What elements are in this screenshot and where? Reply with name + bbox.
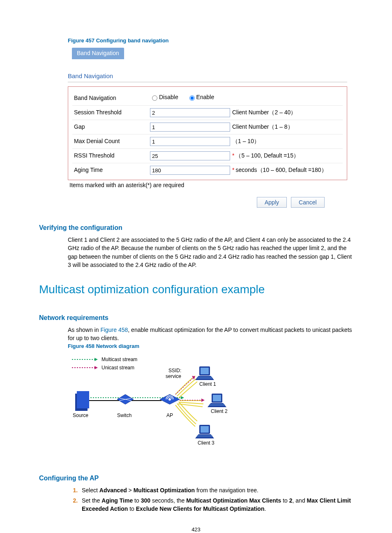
input-aging[interactable] (150, 166, 230, 175)
svg-marker-3 (95, 366, 98, 369)
ssid-line2: service (166, 373, 181, 379)
svg-rect-5 (77, 391, 89, 408)
figure-457: Band Navigation Band Navigation Band Nav… (68, 48, 347, 208)
svg-marker-1 (95, 358, 98, 361)
row-aging: Aging Time *seconds（10 – 600, Default =1… (72, 163, 343, 177)
label-ap: AP (166, 412, 173, 418)
label-session: Session Threshold (74, 109, 150, 117)
heading-multicast: Multicast optimization configuration exa… (39, 281, 353, 297)
svg-marker-29 (195, 434, 214, 438)
svg-marker-9 (181, 396, 184, 399)
verifying-body: Client 1 and Client 2 are associated to … (68, 236, 353, 269)
input-session[interactable] (150, 108, 230, 117)
heading-netreq: Network requirements (39, 313, 353, 322)
legend-multicast: Multicast stream (101, 357, 137, 362)
hint-gap: Client Number（1 – 8） (232, 123, 293, 131)
svg-rect-21 (201, 368, 209, 374)
client2-icon (208, 394, 226, 407)
label-band-nav: Band Navigation (74, 94, 150, 102)
svg-marker-18 (201, 399, 205, 402)
hint-denial: （1 – 10） (232, 137, 260, 146)
xref-figure-458[interactable]: Figure 458 (100, 327, 128, 333)
band-nav-panel: Band Navigation Disable Enable Session T… (68, 86, 347, 180)
svg-marker-24 (208, 403, 226, 407)
ssid-line1: SSID: (168, 368, 181, 373)
row-gap: Gap Client Number（1 – 8） (72, 120, 343, 134)
hint-session: Client Number（2 – 40） (232, 109, 296, 117)
radio-enable[interactable]: Enable (187, 93, 214, 102)
figure-458-caption: Figure 458 Network diagram (68, 343, 353, 350)
label-client3: Client 3 (198, 440, 214, 446)
apply-button[interactable]: Apply (257, 197, 287, 208)
svg-point-14 (168, 398, 171, 401)
row-rssi: RSSI Threshold *（5 – 100, Default =15） (72, 149, 343, 163)
footer-note: Items marked with an asterisk(*) are req… (68, 180, 347, 190)
svg-marker-19 (195, 376, 214, 380)
svg-rect-31 (201, 426, 209, 433)
svg-line-15 (175, 378, 193, 394)
row-band-navigation: Band Navigation Disable Enable (72, 91, 343, 106)
figure-457-caption: Figure 457 Configuring band navigation (68, 37, 353, 44)
page-number: 423 (39, 526, 353, 533)
label-denial: Max Denial Count (74, 137, 150, 146)
client1-icon (195, 366, 214, 380)
label-switch: Switch (117, 412, 131, 418)
step-2: Set the Aging Time to 300 seconds, the M… (79, 497, 353, 513)
label-client2: Client 2 (211, 408, 228, 414)
radio-disable[interactable]: Disable (150, 93, 178, 102)
band-nav-tab[interactable]: Band Navigation (72, 48, 124, 59)
label-source: Source (73, 412, 88, 418)
input-denial[interactable] (150, 137, 230, 146)
svg-rect-26 (213, 395, 221, 401)
heading-verifying: Verifying the configuration (39, 223, 353, 232)
figure-458-diagram: Multicast stream Unicast stream SSID: se… (68, 353, 240, 459)
legend-unicast: Unicast stream (101, 365, 134, 371)
input-gap[interactable] (150, 123, 230, 132)
netreq-body: As shown in Figure 458, enable multicast… (68, 326, 353, 343)
heading-configuring-ap: Configuring the AP (39, 474, 353, 483)
step-1: Select Advanced > Multicast Optimization… (79, 487, 353, 495)
client3-icon (195, 425, 214, 438)
label-client1: Client 1 (199, 381, 216, 387)
band-nav-panel-title: Band Navigation (68, 72, 347, 82)
row-session-threshold: Session Threshold Client Number（2 – 40） (72, 106, 343, 120)
input-rssi[interactable] (150, 151, 230, 160)
hint-aging: *seconds（10 – 600, Default =180） (232, 166, 327, 174)
hint-rssi: *（5 – 100, Default =15） (232, 152, 299, 160)
cancel-button[interactable]: Cancel (291, 197, 325, 208)
label-gap: Gap (74, 123, 150, 131)
row-denial: Max Denial Count （1 – 10） (72, 134, 343, 149)
label-rssi: RSSI Threshold (74, 152, 150, 160)
steps-list: Select Advanced > Multicast Optimization… (68, 487, 353, 513)
label-aging: Aging Time (74, 166, 150, 174)
